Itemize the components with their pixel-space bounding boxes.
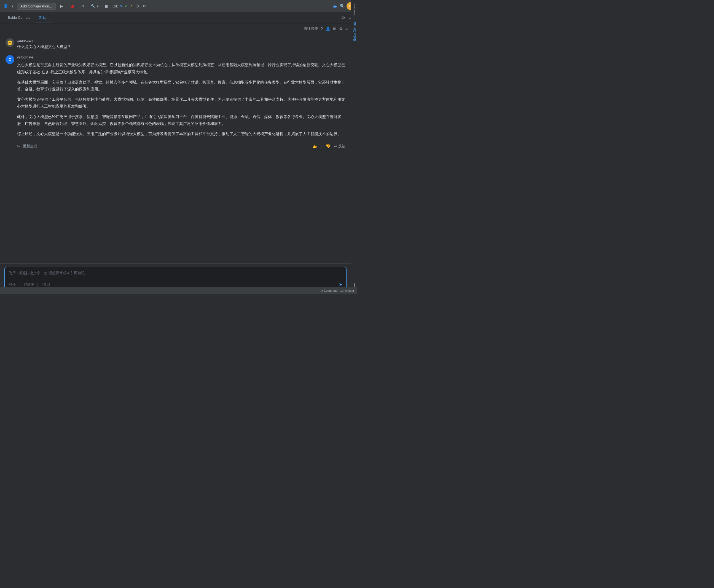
git-undo-icon[interactable]: ↺ — [142, 3, 147, 9]
feedback-button[interactable]: ↩ 反馈 — [334, 144, 345, 149]
user-icon[interactable]: 👤 — [3, 3, 8, 9]
plugin-tag[interactable]: @插件 — [24, 282, 34, 287]
git-edit-icon[interactable]: ✎ — [120, 4, 123, 8]
feedback-label: 反馈 — [338, 144, 345, 149]
feedback-area: 👍 | 👎 ↩ 反馈 — [312, 143, 345, 149]
git-clock-icon[interactable]: ⏱ — [134, 3, 140, 9]
dropdown-arrow: ▾ — [12, 4, 14, 8]
git-arrow-icon[interactable]: ↗ — [130, 4, 133, 8]
add-configuration-button[interactable]: Add Configuration... — [17, 3, 56, 9]
event-log-label: Event Log — [324, 289, 338, 292]
build-icon: 🔧 — [90, 3, 96, 9]
build-dropdown-button[interactable]: 🔧 ▾ — [89, 2, 100, 10]
branch-item[interactable]: ⎇ master — [340, 289, 354, 293]
feedback-icon: ↩ — [334, 144, 337, 148]
regenerate-button[interactable]: 重新生成 — [22, 143, 38, 149]
user-name: xuanxuan — [17, 38, 71, 42]
grid-icon[interactable]: ⊞ — [333, 26, 336, 31]
run-icon: ▶ — [59, 3, 65, 9]
tab-dialog-label: 对话 — [39, 15, 46, 20]
coverage-icon: ↻ — [80, 3, 85, 9]
command-tag[interactable]: /指令 — [8, 282, 16, 287]
event-log-icon: ⊙ — [320, 289, 323, 293]
ai-response-text: 文心大模型是百度自主研发的产业级知识增强大模型。它以创新性的知识增强技术为核心，… — [17, 62, 345, 138]
menu-icon[interactable]: ≡ — [345, 26, 348, 31]
regenerate-icon: ✂ — [17, 144, 20, 148]
browser-icon[interactable]: ◉ — [332, 3, 338, 9]
ai-para-1: 文心大模型是百度自主研发的产业级知识增强大模型。它以创新性的知识增强技术为核心，… — [17, 62, 345, 75]
settings-button[interactable]: ⚙ — [341, 15, 346, 21]
debug-icon: 🐞 — [69, 3, 75, 9]
ai-para-5: 综上所述，文心大模型是一个功能强大、应用广泛的产业级知识增强大模型，它为开发者提… — [17, 130, 345, 138]
tab-baidu-comate-label: Baidu Comate — [8, 16, 30, 20]
run-button[interactable]: ▶ — [57, 2, 66, 10]
ai-avatar-icon: C — [9, 58, 11, 62]
tab-bar: Baidu Comate 对话 ⚙ — — [0, 13, 357, 23]
right-panel: Database Baidu Comate make — [351, 0, 357, 294]
ai-message: C @Comate 文心大模型是百度自主研发的产业级知识增强大模型。它以创新性的… — [5, 55, 345, 152]
main-area: 前往续费 ? 👤 ⊞ ⚙ ≡ 😊 xuanxuan 什么是文心大模型文心大模型？… — [0, 23, 351, 294]
user-dropdown[interactable]: ▾ — [10, 3, 15, 9]
ai-para-4: 此外，文心大模型已经广泛应用于搜索、信息流、智能音箱等互联网产品，并通过飞桨深度… — [17, 113, 345, 127]
knowledge-tag[interactable]: #知识 — [42, 282, 50, 287]
like-button[interactable]: 👍 — [312, 143, 318, 149]
message-actions: ✂ 重新生成 👍 | 👎 ↩ 反馈 — [17, 140, 345, 152]
stop-button[interactable]: ◼ — [102, 2, 111, 10]
branch-label: master — [345, 289, 354, 292]
user-message-content: xuanxuan 什么是文心大模型文心大模型？ — [17, 38, 71, 50]
branch-icon: ⎇ — [340, 289, 344, 293]
status-bar: ⊙ Event Log ⎇ master — [0, 287, 357, 294]
coverage-button[interactable]: ↻ — [78, 2, 87, 10]
debug-button[interactable]: 🐞 — [68, 2, 77, 10]
ai-message-content: @Comate 文心大模型是百度自主研发的产业级知识增强大模型。它以创新性的知识… — [17, 55, 345, 152]
regenerate-area: ✂ 重新生成 — [17, 143, 38, 149]
input-toolbar: /指令 │ @插件 │ #知识 ➤ — [8, 282, 342, 287]
user-avatar-chat: 😊 — [5, 38, 14, 47]
tab-baidu-comate[interactable]: Baidu Comate — [3, 13, 35, 23]
git-check-icon[interactable]: ✓ — [125, 4, 128, 8]
search-icon[interactable]: 🔍 — [339, 3, 345, 9]
divider-1: │ — [19, 282, 21, 287]
chat-area[interactable]: 😊 xuanxuan 什么是文心大模型文心大模型？ C @Comate 文心大模… — [0, 34, 351, 264]
renewal-text[interactable]: 前往续费 — [304, 26, 318, 31]
sidebar-item-baidu-comate[interactable]: Baidu Comate — [352, 19, 357, 43]
user-message-text: 什么是文心大模型文心大模型？ — [17, 44, 71, 50]
divider-2: │ — [37, 282, 39, 287]
help-icon[interactable]: ? — [321, 26, 323, 31]
stop-icon: ◼ — [104, 3, 109, 9]
send-icon: ➤ — [339, 282, 342, 287]
ai-name: @Comate — [17, 55, 345, 59]
message-input[interactable] — [8, 271, 342, 279]
sub-toolbar: 前往续费 ? 👤 ⊞ ⚙ ≡ — [0, 23, 351, 34]
event-log-item[interactable]: ⊙ Event Log — [320, 289, 338, 293]
dislike-button[interactable]: 👎 — [325, 143, 331, 149]
ai-para-3: 文心大模型还提供了工具平台层，包括数据标注与处理、大模型精调、压缩、高性能部署、… — [17, 96, 345, 110]
send-button[interactable]: ➤ — [339, 282, 342, 287]
main-toolbar: 👤 ▾ Add Configuration... ▶ 🐞 ↻ 🔧 ▾ ◼ Git… — [0, 0, 357, 13]
ai-avatar-chat: C — [5, 55, 14, 64]
ai-para-2: 在基础大模型层面，它涵盖了自然语言处理、视觉、跨模态等多个领域。在任务大模型层面… — [17, 79, 345, 93]
divider: | — [321, 144, 322, 148]
git-label: Git: — [112, 4, 118, 8]
tab-dialog[interactable]: 对话 — [35, 13, 51, 23]
chat-settings-icon[interactable]: ⚙ — [339, 26, 343, 31]
user-avatar-icon: 😊 — [7, 40, 13, 45]
build-arrow: ▾ — [97, 4, 99, 8]
sidebar-item-database[interactable]: Database — [352, 1, 356, 19]
person-icon[interactable]: 👤 — [326, 26, 330, 31]
user-message: 😊 xuanxuan 什么是文心大模型文心大模型？ — [5, 38, 345, 50]
